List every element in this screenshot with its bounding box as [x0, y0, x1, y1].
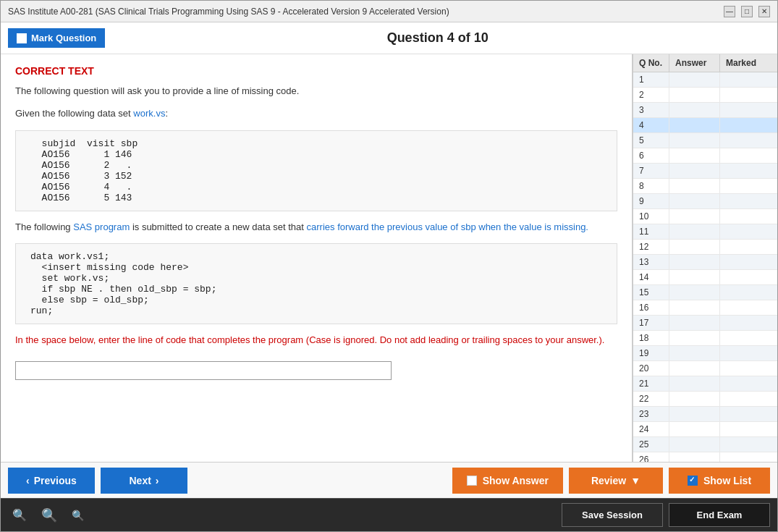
sidebar-cell-marked — [720, 133, 777, 148]
sidebar-cell-num: 6 — [633, 148, 669, 163]
sidebar-row[interactable]: 3 — [633, 103, 777, 118]
sidebar-cell-answer — [669, 133, 720, 148]
sidebar-row[interactable]: 24 — [633, 422, 777, 437]
sidebar-cell-marked — [720, 437, 777, 452]
sidebar-cell-answer — [669, 270, 720, 284]
desc-sas: SAS program — [73, 221, 130, 232]
mark-question-label: Mark Question — [31, 33, 96, 43]
sidebar-cell-marked — [720, 103, 777, 117]
sidebar-row[interactable]: 19 — [633, 346, 777, 361]
end-exam-button[interactable]: End Exam — [669, 503, 770, 527]
sidebar-row[interactable]: 16 — [633, 300, 777, 316]
save-session-button[interactable]: Save Session — [562, 503, 663, 527]
save-session-label: Save Session — [582, 510, 643, 520]
sidebar-row[interactable]: 22 — [633, 392, 777, 407]
sidebar-cell-num: 22 — [633, 392, 669, 406]
sidebar-cell-num: 7 — [633, 164, 669, 178]
sidebar-cell-answer — [669, 148, 720, 163]
given-highlight: work.vs — [133, 108, 165, 119]
sidebar-row[interactable]: 17 — [633, 316, 777, 331]
maximize-button[interactable]: □ — [741, 6, 753, 17]
sidebar-cell-marked — [720, 376, 777, 391]
review-dropdown-icon: ▼ — [630, 475, 640, 486]
show-answer-label: Show Answer — [483, 475, 549, 486]
sidebar-cell-answer — [669, 103, 720, 117]
sidebar-cell-marked — [720, 148, 777, 163]
sidebar-cell-marked — [720, 316, 777, 330]
show-list-button[interactable]: Show List — [669, 468, 770, 494]
sidebar-cell-num: 9 — [633, 194, 669, 208]
window-title: SAS Institute A00-281 (SAS Clinical Tria… — [8, 7, 449, 17]
sidebar-cell-num: 11 — [633, 224, 669, 239]
sidebar-row[interactable]: 4 — [633, 118, 777, 133]
sidebar-row[interactable]: 25 — [633, 437, 777, 452]
sidebar-cell-marked — [720, 164, 777, 178]
zoom-normal-button[interactable]: 🔍 — [37, 506, 62, 525]
sidebar-cell-answer — [669, 437, 720, 452]
sidebar-cell-num: 12 — [633, 240, 669, 254]
sidebar-row[interactable]: 9 — [633, 194, 777, 209]
app-window: SAS Institute A00-281 (SAS Clinical Tria… — [0, 0, 778, 532]
sidebar-row[interactable]: 13 — [633, 255, 777, 270]
sidebar-row[interactable]: 6 — [633, 148, 777, 164]
instruction-text: In the space below, enter the line of co… — [15, 334, 604, 345]
answer-input[interactable] — [15, 361, 392, 380]
navigation-bar: ‹ Previous Next › Show Answer Review ▼ S… — [1, 462, 777, 498]
sidebar-row[interactable]: 21 — [633, 376, 777, 392]
sidebar-cell-answer — [669, 316, 720, 330]
next-arrow-icon: › — [156, 475, 159, 486]
sidebar-row[interactable]: 1 — [633, 72, 777, 88]
sidebar-cell-num: 8 — [633, 179, 669, 193]
sidebar-cell-answer — [669, 72, 720, 87]
show-answer-button[interactable]: Show Answer — [452, 468, 563, 494]
bottom-controls-bar: 🔍 🔍 🔍 Save Session End Exam — [1, 498, 777, 531]
window-controls: — □ ✕ — [724, 6, 770, 17]
sidebar-row[interactable]: 18 — [633, 331, 777, 346]
sidebar-cell-num: 26 — [633, 452, 669, 462]
review-button[interactable]: Review ▼ — [569, 468, 663, 494]
sidebar-row[interactable]: 11 — [633, 224, 777, 240]
sidebar-cell-num: 23 — [633, 407, 669, 421]
sidebar-row[interactable]: 14 — [633, 270, 777, 285]
sidebar-cell-answer — [669, 164, 720, 178]
sidebar-row[interactable]: 10 — [633, 209, 777, 224]
minimize-button[interactable]: — — [724, 6, 735, 17]
program-code: data work.vs1; <insert missing code here… — [15, 243, 617, 324]
sidebar-cell-marked — [720, 72, 777, 87]
sidebar-cell-num: 5 — [633, 133, 669, 148]
question-title: Question 4 of 10 — [105, 30, 770, 46]
mark-checkbox-icon — [17, 33, 27, 43]
sidebar-cell-num: 24 — [633, 422, 669, 436]
sidebar-cell-marked — [720, 270, 777, 284]
sidebar-cell-answer — [669, 361, 720, 376]
sidebar-row[interactable]: 12 — [633, 240, 777, 255]
sidebar-header-answer: Answer — [669, 54, 720, 72]
sidebar-row[interactable]: 7 — [633, 164, 777, 179]
sidebar-row[interactable]: 20 — [633, 361, 777, 376]
sidebar-cell-marked — [720, 392, 777, 406]
sidebar-cell-marked — [720, 452, 777, 462]
sidebar-row[interactable]: 23 — [633, 407, 777, 422]
sidebar-row[interactable]: 26 — [633, 452, 777, 462]
sidebar-row[interactable]: 8 — [633, 179, 777, 194]
sidebar-cell-answer — [669, 209, 720, 224]
sidebar-cell-answer — [669, 255, 720, 269]
sidebar-cell-marked — [720, 118, 777, 132]
mark-question-button[interactable]: Mark Question — [8, 28, 105, 48]
sidebar-cell-marked — [720, 422, 777, 436]
sidebar-row[interactable]: 15 — [633, 285, 777, 300]
next-button[interactable]: Next › — [101, 468, 187, 494]
question-list-sidebar: Q No. Answer Marked 1 2 3 4 5 6 — [633, 54, 777, 462]
question-given: Given the following data set work.vs: — [15, 106, 617, 122]
zoom-in-button[interactable]: 🔍 — [67, 508, 88, 523]
sidebar-rows-container: 1 2 3 4 5 6 7 8 — [633, 72, 777, 462]
close-button[interactable]: ✕ — [758, 6, 770, 17]
sidebar-cell-answer — [669, 285, 720, 300]
previous-button[interactable]: ‹ Previous — [8, 468, 95, 494]
sidebar-row[interactable]: 5 — [633, 133, 777, 148]
question-description: The following SAS program is submitted t… — [15, 220, 617, 235]
sidebar-row[interactable]: 2 — [633, 88, 777, 103]
zoom-out-button[interactable]: 🔍 — [8, 507, 31, 523]
correct-text-label: CORRECT TEXT — [15, 65, 617, 77]
sidebar-cell-num: 25 — [633, 437, 669, 452]
